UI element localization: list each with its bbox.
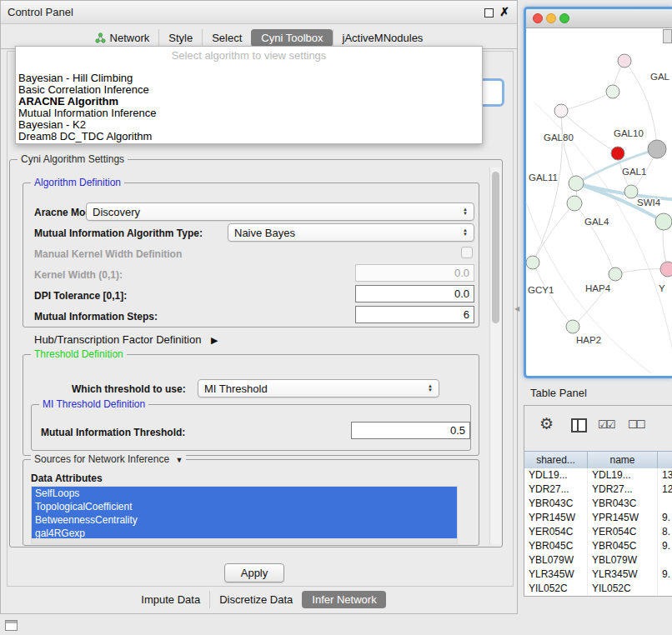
table-cell: 8. xyxy=(658,525,672,539)
tab-network[interactable]: Network xyxy=(86,29,159,47)
algorithm-option[interactable]: Mutual Information Inference xyxy=(16,108,482,119)
aracne-mode-combobox[interactable]: Discovery ▲▼ xyxy=(86,202,474,221)
table-row[interactable]: YPR145WYPR145W9. xyxy=(524,511,672,525)
table-row[interactable]: YER054CYER054C8. xyxy=(524,525,672,539)
float-window-icon[interactable] xyxy=(484,8,494,18)
algorithm-option[interactable]: Bayesian - K2 xyxy=(16,119,482,131)
tab-cyni-toolbox[interactable]: Cyni Toolbox xyxy=(251,29,332,47)
node-label: SWI4 xyxy=(637,198,661,208)
tab-label: Network xyxy=(110,32,150,44)
manual-kernel-width-checkbox xyxy=(461,247,473,258)
checked-pair-icon[interactable]: ☑☑ xyxy=(598,418,614,431)
apply-button[interactable]: Apply xyxy=(224,563,284,582)
group-title: Threshold Definition xyxy=(31,348,127,361)
data-attribute-item[interactable]: SelfLoops xyxy=(32,487,457,500)
window-edge-widget[interactable] xyxy=(663,29,672,43)
splitter-collapse-icon[interactable]: ◀ xyxy=(514,305,519,312)
network-node[interactable] xyxy=(624,185,638,198)
column-header-extra[interactable] xyxy=(658,452,672,468)
kernel-width-field xyxy=(355,264,474,282)
table-row[interactable]: YDL19...YDL19...13 xyxy=(524,468,672,482)
dpi-tolerance-label: DPI Tolerance [0,1]: xyxy=(34,290,127,302)
network-window-titlebar[interactable] xyxy=(526,9,672,28)
data-attribute-item[interactable]: BetweennessCentrality xyxy=(32,513,457,527)
scrollbar-thumb[interactable] xyxy=(492,172,499,323)
algorithm-option[interactable]: ARACNE Algorithm xyxy=(16,96,482,108)
tab-impute-data[interactable]: Impute Data xyxy=(132,591,209,608)
table-row[interactable]: YBL079WYBL079W xyxy=(524,553,672,568)
mi-algorithm-type-label: Mutual Information Algorithm Type: xyxy=(34,228,203,239)
network-node[interactable] xyxy=(606,85,619,98)
data-attribute-item[interactable]: TopologicalCoefficient xyxy=(32,500,457,513)
network-edge[interactable] xyxy=(533,203,574,262)
mi-threshold-field[interactable] xyxy=(351,422,470,439)
mi-steps-field[interactable] xyxy=(355,306,474,323)
table-panel-title: Table Panel xyxy=(530,387,587,399)
close-traffic-light[interactable] xyxy=(533,13,543,23)
panel-dock-icon[interactable] xyxy=(5,620,18,631)
mi-algorithm-type-combobox[interactable]: Naive Bayes ▲▼ xyxy=(228,223,474,242)
algorithm-option[interactable]: Bayesian - Hill Climbing xyxy=(16,72,482,84)
table-row[interactable]: YBR045CYBR045C9. xyxy=(524,539,672,553)
which-threshold-label: Which threshold to use: xyxy=(72,383,186,395)
data-attributes-list[interactable]: SelfLoopsTopologicalCoefficientBetweenne… xyxy=(31,486,458,544)
network-view-window: GAL80GAL10GAL11GAL1SWI4GAL4GCY1HAP4HAP2G… xyxy=(524,7,672,378)
network-node[interactable] xyxy=(660,262,672,277)
table-row[interactable]: YIL052CYIL052C xyxy=(524,582,672,596)
table-cell: YPR145W xyxy=(524,511,588,525)
list-horizontal-scrollbar[interactable] xyxy=(32,538,457,543)
network-node[interactable] xyxy=(567,196,582,211)
minimize-traffic-light[interactable] xyxy=(546,13,556,23)
zoom-traffic-light[interactable] xyxy=(559,13,569,23)
network-edge[interactable] xyxy=(561,92,613,111)
dpi-tolerance-field[interactable] xyxy=(355,285,474,302)
tab-discretize-data[interactable]: Discretize Data xyxy=(209,591,302,608)
network-edge[interactable] xyxy=(573,274,615,327)
network-node[interactable] xyxy=(569,176,584,191)
screen: Control Panel ✗ Network Style Select Cyn… xyxy=(0,0,672,635)
network-node[interactable] xyxy=(618,54,631,68)
which-threshold-combobox[interactable]: MI Threshold ▲▼ xyxy=(198,379,439,398)
table-cell: YLR345W xyxy=(524,568,588,582)
algorithm-option[interactable]: Dream8 DC_TDC Algorithm xyxy=(16,131,482,142)
network-edge[interactable] xyxy=(561,111,576,183)
tab-style[interactable]: Style xyxy=(158,29,202,47)
table-row[interactable]: YDR27...YDR27...12 xyxy=(524,482,672,497)
table-row[interactable]: YBR043CYBR043C xyxy=(524,497,672,511)
tab-select[interactable]: Select xyxy=(202,29,251,47)
network-node[interactable] xyxy=(611,147,624,160)
column-layout-icon[interactable] xyxy=(571,418,587,432)
table-cell xyxy=(658,553,672,568)
table-cell: 12 xyxy=(658,482,672,497)
network-tab-icon xyxy=(95,32,106,43)
close-icon[interactable]: ✗ xyxy=(499,5,509,18)
network-canvas[interactable]: GAL80GAL10GAL11GAL1SWI4GAL4GCY1HAP4HAP2G… xyxy=(526,28,672,376)
table-cell: 9. xyxy=(658,539,672,553)
control-panel-titlebar[interactable]: Control Panel ✗ xyxy=(1,1,517,24)
hub-transcription-factor-section[interactable]: Hub/Transcription Factor Definition ▶ xyxy=(34,333,218,346)
gear-icon[interactable]: ⚙ xyxy=(539,414,554,433)
network-node[interactable] xyxy=(655,213,672,230)
tab-jactivemnodules[interactable]: jActiveMNodules xyxy=(333,29,433,47)
node-label: GAL1 xyxy=(622,167,646,177)
unchecked-pair-icon[interactable]: ☐☐ xyxy=(628,418,644,431)
combo-arrows-icon: ▲▼ xyxy=(428,384,433,392)
node-label: HAP4 xyxy=(585,283,611,293)
settings-scrollbar[interactable] xyxy=(489,168,501,544)
node-label: GAL80 xyxy=(544,132,574,142)
sources-title-text: Sources for Network Inference xyxy=(34,453,169,465)
column-header-name[interactable]: name xyxy=(588,452,658,468)
tab-infer-network[interactable]: Infer Network xyxy=(302,591,385,608)
network-edge[interactable] xyxy=(574,203,615,274)
network-node[interactable] xyxy=(554,104,568,118)
algorithm-option[interactable]: Basic Correlation Inference xyxy=(16,84,482,96)
group-title: Algorithm Definition xyxy=(31,177,124,189)
network-node[interactable] xyxy=(609,268,622,281)
network-node[interactable] xyxy=(526,256,539,269)
column-header-shared-name[interactable]: shared... xyxy=(524,452,588,468)
table-cell: YDL19... xyxy=(588,468,658,482)
sources-group-title[interactable]: Sources for Network Inference ▼ xyxy=(31,453,186,467)
table-row[interactable]: YLR345WYLR345W9. xyxy=(524,568,672,582)
network-node[interactable] xyxy=(566,320,579,333)
network-node[interactable] xyxy=(648,140,666,158)
